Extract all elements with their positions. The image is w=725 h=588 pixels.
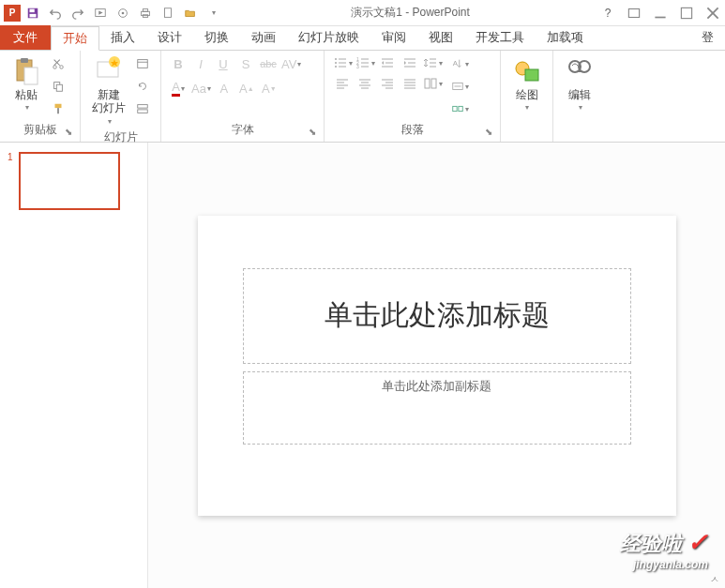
start-from-beginning-icon[interactable] — [92, 5, 109, 22]
svg-rect-29 — [138, 110, 148, 113]
ribbon-display-icon[interactable] — [626, 5, 642, 22]
change-case-button[interactable]: Aa▾ — [191, 79, 211, 98]
svg-rect-21 — [56, 84, 62, 91]
reset-icon[interactable] — [133, 77, 152, 96]
group-clipboard: 粘贴 ▾ 剪贴板 ⬊ — [0, 51, 81, 142]
help-icon[interactable]: ? — [599, 5, 616, 22]
group-slides-label: 幻灯片 — [88, 128, 153, 147]
bullets-icon[interactable]: ▾ — [332, 54, 353, 71]
decrease-indent-icon[interactable] — [377, 54, 398, 71]
login-link[interactable]: 登 — [690, 25, 725, 50]
thumbnail-number: 1 — [8, 152, 15, 210]
svg-rect-22 — [55, 104, 62, 108]
touch-mode-icon[interactable] — [114, 5, 131, 22]
section-icon[interactable] — [133, 99, 152, 118]
group-drawing-label — [508, 136, 545, 140]
italic-button[interactable]: I — [191, 54, 210, 73]
shadow-button[interactable]: S — [236, 54, 255, 73]
new-slide-button[interactable]: 新建 幻灯片 ▾ — [88, 54, 129, 128]
align-right-icon[interactable] — [377, 75, 398, 92]
numbering-icon[interactable]: 123▾ — [355, 54, 375, 71]
svg-rect-72 — [452, 106, 456, 111]
watermark-text: 经验啦 — [620, 532, 682, 555]
text-direction-icon[interactable]: A▾ — [450, 54, 469, 73]
tab-view[interactable]: 视图 — [417, 25, 464, 50]
font-launcher-icon[interactable]: ⬊ — [309, 127, 320, 138]
watermark: 经验啦 ✓ jingyanla.com — [620, 528, 708, 571]
print-icon[interactable] — [137, 5, 154, 22]
tab-addins[interactable]: 加载项 — [536, 25, 595, 50]
title-bar: P ▾ 演示文稿1 - PowerPoint ? — [0, 0, 725, 26]
redo-icon[interactable] — [69, 5, 86, 22]
svg-text:A: A — [452, 59, 458, 68]
open-icon[interactable] — [182, 5, 199, 22]
editing-button[interactable]: 编辑 ▾ — [561, 54, 598, 113]
slide-thumbnail-1[interactable]: 1 — [8, 152, 140, 210]
paragraph-launcher-icon[interactable]: ⬊ — [485, 127, 496, 138]
tab-transitions[interactable]: 切换 — [193, 25, 240, 50]
minimize-icon[interactable] — [652, 5, 669, 22]
thumbnail-panel: 1 — [0, 143, 148, 588]
align-left-icon[interactable] — [332, 75, 353, 92]
layout-icon[interactable] — [133, 54, 152, 73]
chevron-down-icon: ▾ — [108, 117, 112, 126]
title-placeholder[interactable]: 单击此处添加标题 — [243, 268, 631, 364]
svg-rect-17 — [24, 68, 38, 84]
svg-rect-16 — [21, 58, 28, 63]
svg-rect-9 — [165, 8, 172, 17]
save-icon[interactable] — [24, 5, 41, 22]
svg-point-19 — [60, 66, 64, 69]
group-editing-label — [561, 136, 598, 140]
subtitle-placeholder[interactable]: 单击此处添加副标题 — [243, 371, 631, 445]
close-icon[interactable] — [704, 5, 721, 22]
tab-insert[interactable]: 插入 — [99, 25, 146, 50]
align-center-icon[interactable] — [355, 75, 375, 92]
group-font-label: 字体 — [169, 120, 316, 140]
grow-font-button[interactable]: A▲ — [237, 79, 256, 98]
maximize-icon[interactable] — [678, 5, 695, 22]
svg-rect-67 — [425, 79, 430, 88]
copy-icon[interactable] — [49, 77, 68, 96]
shrink-font-button[interactable]: A▼ — [260, 79, 279, 98]
svg-point-34 — [335, 66, 337, 68]
tab-developer[interactable]: 开发工具 — [464, 25, 536, 50]
increase-indent-icon[interactable] — [400, 54, 420, 71]
chevron-down-icon: ▾ — [525, 103, 529, 112]
tab-home[interactable]: 开始 — [51, 26, 99, 51]
tab-file[interactable]: 文件 — [0, 25, 51, 50]
font-color-button[interactable]: A▾ — [169, 79, 188, 98]
bold-button[interactable]: B — [169, 54, 188, 73]
underline-button[interactable]: U — [214, 54, 233, 73]
svg-rect-26 — [138, 60, 148, 68]
chevron-down-icon: ▾ — [579, 103, 582, 112]
char-spacing-button[interactable]: AV▾ — [281, 54, 301, 73]
drawing-button[interactable]: 绘图 ▾ — [508, 54, 546, 113]
clear-format-button[interactable]: A — [215, 79, 234, 98]
align-text-icon[interactable]: ▾ — [450, 77, 469, 96]
slide-editor: 单击此处添加标题 单击此处添加副标题 — [148, 143, 725, 588]
tab-design[interactable]: 设计 — [146, 25, 193, 50]
editing-label: 编辑 — [568, 88, 591, 101]
new-slide-icon — [94, 56, 124, 86]
tab-slideshow[interactable]: 幻灯片放映 — [287, 25, 370, 50]
new-icon[interactable] — [159, 5, 176, 22]
tab-animations[interactable]: 动画 — [240, 25, 287, 50]
clipboard-launcher-icon[interactable]: ⬊ — [65, 127, 76, 138]
cut-icon[interactable] — [49, 54, 68, 73]
undo-icon[interactable] — [47, 5, 64, 22]
svg-rect-28 — [138, 105, 148, 109]
slide-canvas[interactable]: 单击此处添加标题 单击此处添加副标题 — [198, 216, 676, 516]
tab-review[interactable]: 审阅 — [370, 25, 417, 50]
strikethrough-button[interactable]: abc — [259, 54, 278, 73]
group-clipboard-label: 剪贴板 — [8, 120, 72, 140]
svg-rect-23 — [57, 108, 59, 113]
line-spacing-icon[interactable]: ▾ — [422, 54, 443, 71]
smartart-icon[interactable]: ▾ — [450, 99, 469, 118]
format-painter-icon[interactable] — [49, 99, 68, 118]
justify-icon[interactable] — [400, 75, 420, 92]
qat-customize-icon[interactable]: ▾ — [204, 5, 221, 22]
columns-icon[interactable]: ▾ — [422, 75, 443, 92]
paste-button[interactable]: 粘贴 ▾ — [8, 54, 45, 113]
title-placeholder-text: 单击此处添加标题 — [325, 296, 550, 335]
collapse-ribbon-icon[interactable]: ㅅ — [710, 573, 719, 586]
